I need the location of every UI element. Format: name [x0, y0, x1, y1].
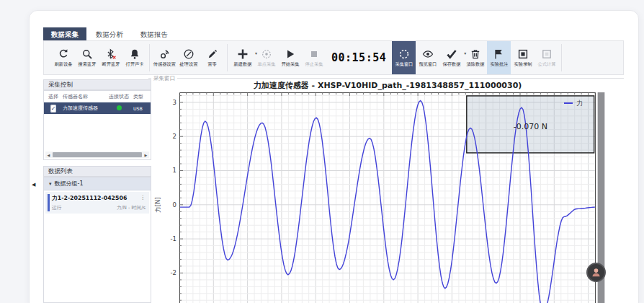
toolbar-button-label: 处理设置: [179, 62, 197, 67]
toolbar-button-label: 搜索蓝牙: [78, 62, 96, 67]
toolbar-separator: [227, 44, 228, 71]
stop-icon: [308, 48, 320, 60]
formula-icon: [541, 48, 553, 60]
waveform-chart[interactable]: 3210-1-2力-0.070 N: [170, 92, 596, 303]
item-axes: 力/N - 时间/s: [117, 204, 146, 211]
data-group-row[interactable]: ▾ 数据分组-1: [44, 177, 151, 190]
svg-text:1: 1: [173, 167, 176, 174]
capture-control-panel: 选择传感器名称连接状态类型 ✓力加速度传感器USB ◀ ▶: [43, 90, 151, 160]
toolbar-button-sensor[interactable]: 传感器设置: [153, 41, 176, 74]
toolbar: 刷新设备搜索蓝牙断开蓝牙打开声卡传感器设置处理设置置零新建数据▾单点采集开始采集…: [43, 40, 624, 75]
refresh-icon: [58, 48, 69, 60]
toolbar-button-label: 公式计算: [537, 62, 555, 67]
toolbar-button-label: 打开声卡: [125, 62, 143, 67]
sensor-checkbox[interactable]: ✓: [50, 105, 57, 113]
toolbar-button-single-point: 单点采集: [254, 41, 278, 74]
toolbar-button-label: 刷新设备: [54, 62, 72, 67]
toolbar-separator: [149, 44, 150, 71]
toolbar-button-label: 采集窗口: [395, 62, 413, 67]
svg-text:力: 力: [576, 100, 583, 107]
sidebar-collapse-icon[interactable]: ◀: [32, 182, 35, 188]
toolbar-button-stop: 停止采集: [302, 41, 326, 74]
toolbar-button-plus[interactable]: 新建数据▾: [231, 41, 254, 74]
toolbar-button-bluetooth-off[interactable]: 断开蓝牙: [99, 41, 122, 74]
sensor-table-header: 选择传感器名称连接状态类型: [44, 91, 151, 102]
svg-text:0: 0: [173, 201, 176, 208]
elapsed-timer: 00:15:54: [326, 41, 392, 74]
column-header: 传感器名称: [63, 93, 104, 100]
sensor-table-hscrollbar[interactable]: ◀ ▶: [45, 152, 149, 158]
play-icon: [285, 48, 296, 60]
toolbar-button-label: 断开蓝牙: [102, 62, 120, 67]
caret-down-icon[interactable]: ▾: [49, 181, 52, 187]
chart-groupbox-label: 采集窗口: [151, 75, 177, 82]
toolbar-button-bell[interactable]: 打开声卡: [122, 41, 146, 74]
pen-icon: [207, 48, 218, 60]
toolbar-button-label: 置零: [207, 62, 216, 67]
eye-icon: [422, 48, 434, 60]
record-icon: [517, 48, 529, 60]
item-status: 运行: [52, 204, 62, 211]
process-settings-icon: [183, 48, 194, 60]
toolbar-separator: [561, 44, 562, 71]
toolbar-button-check[interactable]: 保存数据▾: [439, 41, 463, 74]
plus-icon: [237, 48, 249, 60]
toolbar-button-trash[interactable]: 清除数据: [463, 41, 487, 74]
toolbar-button-refresh[interactable]: 刷新设备: [51, 41, 75, 74]
single-point-icon: [261, 48, 272, 60]
column-header: 连接状态: [104, 93, 133, 100]
toolbar-button-label: 新建数据: [233, 62, 251, 67]
support-avatar-button[interactable]: [586, 263, 606, 282]
toolbar-button-process-settings[interactable]: 处理设置: [176, 41, 200, 74]
toolbar-button-annotate[interactable]: 实验批注: [487, 41, 511, 74]
data-list-item[interactable]: 力1-2-20251112-042506 ⋮ 运行 力/N - 时间/s: [45, 192, 149, 214]
bell-icon: [129, 48, 140, 60]
y-axis-label: 力[N]: [154, 197, 163, 213]
search-icon: [81, 48, 93, 60]
sensor-table-body: ✓力加速度传感器USB: [44, 102, 151, 114]
sensor-name: 力加速度传感器: [63, 105, 104, 112]
scroll-left-icon[interactable]: ◀: [45, 153, 52, 157]
sensor-row[interactable]: ✓力加速度传感器USB: [44, 102, 151, 114]
toolbar-button-label: 实验批注: [490, 62, 508, 67]
toolbar-button-record[interactable]: 实验录制: [511, 41, 535, 74]
svg-text:2: 2: [173, 133, 176, 140]
dashed-circle-icon: [398, 48, 410, 60]
column-header: 选择: [44, 93, 63, 100]
check-icon: [446, 48, 457, 60]
toolbar-button-play[interactable]: 开始采集: [278, 41, 302, 74]
person-icon: [591, 267, 601, 278]
item-color-bar: [48, 194, 50, 211]
toolbar-button-label: 单点采集: [257, 62, 275, 67]
bluetooth-off-icon: [105, 48, 117, 60]
connection-status-dot: [117, 105, 122, 110]
column-header: 类型: [133, 93, 149, 100]
sensor-icon: [159, 48, 171, 60]
data-list-header: 数据列表: [43, 166, 151, 177]
toolbar-button-label: 保存数据: [442, 62, 460, 67]
toolbar-button-eye[interactable]: 预览窗口: [416, 41, 439, 74]
hscroll-thumb[interactable]: [53, 152, 142, 157]
svg-text:-1: -1: [171, 235, 176, 242]
toolbar-button-label: 停止采集: [305, 62, 323, 67]
svg-text:-0.070 N: -0.070 N: [514, 122, 547, 131]
chart-title: 力加速度传感器 - XHSP-V10HID_path_-1981348857_1…: [179, 80, 596, 91]
scroll-right-icon[interactable]: ▶: [143, 153, 149, 157]
toolbar-button-pen[interactable]: 置零: [200, 41, 224, 74]
annotate-icon: [493, 48, 505, 60]
toolbar-button-label: 预览窗口: [419, 62, 437, 67]
data-list-panel: ▾ 数据分组-1 力1-2-20251112-042506 ⋮ 运行 力/N -…: [43, 177, 151, 303]
chart-groupbox-line: [148, 78, 624, 79]
svg-text:3: 3: [173, 99, 176, 106]
toolbar-spacer: [565, 41, 623, 74]
app-window: { "tabs": [ {"label": "数据采集", "active": …: [0, 0, 644, 303]
toolbar-button-dashed-circle[interactable]: 采集窗口: [392, 41, 416, 74]
toolbar-button-label: 清除数据: [466, 62, 484, 67]
toolbar-button-search[interactable]: 搜索蓝牙: [75, 41, 99, 74]
capture-control-header: 采集控制: [43, 79, 151, 90]
toolbar-button-label: 实验录制: [514, 62, 532, 67]
item-title: 力1-2-20251112-042506: [52, 194, 127, 202]
svg-text:-2: -2: [171, 269, 176, 276]
more-vertical-icon[interactable]: ⋮: [140, 194, 146, 202]
data-group-label: 数据分组-1: [55, 180, 84, 188]
